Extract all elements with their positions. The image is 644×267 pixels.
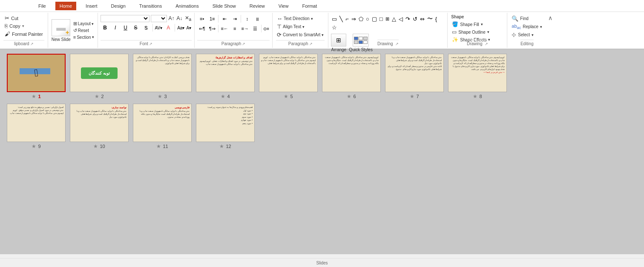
shape-curve-button[interactable]: ↷ (405, 15, 411, 23)
tab-slideshow[interactable]: Slide Show (208, 2, 240, 10)
slide-star-6: ★ (347, 93, 351, 99)
font-name-select[interactable] (101, 15, 150, 22)
tab-review[interactable]: Review (245, 2, 269, 10)
shape-star-button[interactable]: ☆ (331, 24, 338, 31)
slide-item-3[interactable]: هدف بررسی کمک به کارکنان: متن ساختگی با … (133, 54, 192, 99)
tab-animations[interactable]: Animations (171, 2, 203, 10)
font-color-button[interactable]: A (164, 23, 173, 32)
tab-format[interactable]: Format (298, 2, 321, 10)
ltr-button[interactable]: ¶⇒ (207, 24, 217, 33)
convert-smartart-button[interactable]: ⟳ Convert to SmartArt ▾ (276, 31, 325, 39)
slide-item-10[interactable]: توانمند سازی: متن ساختگی با تولید سادگی … (70, 104, 129, 149)
font-spacing-button[interactable]: AV▾ (155, 25, 163, 31)
clipboard-expand-icon[interactable]: ↗ (30, 42, 34, 46)
shape-corner-button[interactable]: ⌐ (345, 15, 350, 23)
font-case-button[interactable]: Aa▾ (177, 25, 185, 31)
tab-view[interactable]: View (274, 2, 293, 10)
align-left-button[interactable]: ≡← (220, 24, 229, 33)
ribbon-collapse-button[interactable]: ∧ (546, 13, 554, 48)
shape-cycle-button[interactable]: ↺ (412, 15, 418, 23)
align-text-dropdown-icon: ▾ (302, 25, 305, 29)
slide-item-6[interactable]: لوريم ايپسوم متن ساختگی با تولید سادگی ن… (322, 54, 381, 99)
smartart-button[interactable]: ⊙≡ (263, 26, 270, 32)
copy-dropdown-icon[interactable]: ▾ (22, 24, 24, 28)
tab-transitions[interactable]: Transitions (135, 2, 166, 10)
italic-button[interactable]: I (111, 23, 120, 32)
increase-font-size-button[interactable]: A↑ (168, 15, 175, 22)
font-expand-icon[interactable]: ↗ (149, 42, 152, 46)
shape-pentagon-button[interactable]: ⬠ (358, 15, 364, 23)
justify-button[interactable]: ☰ (250, 24, 260, 33)
font-color2-button[interactable]: A▾ (186, 25, 192, 31)
slide-star-9: ★ (32, 143, 36, 149)
replace-button[interactable]: abac Replace ▾ (511, 23, 543, 31)
paragraph-expand-icon[interactable]: ↗ (242, 42, 245, 46)
tab-file[interactable]: File (34, 2, 50, 10)
format-painter-button[interactable]: 🖌 Format Painter (3, 30, 44, 38)
slide-item-4[interactable]: اهداف و انتظارات شغل گزارش‌ها: متن توضیح… (196, 54, 255, 99)
slide-num-9: 9 (38, 144, 40, 149)
font-size-select[interactable] (151, 15, 167, 22)
shape-rtri-button[interactable]: ◁ (398, 15, 404, 23)
cut-button[interactable]: ✂ Cut (3, 15, 44, 22)
reset-button[interactable]: ↺ Reset (73, 28, 94, 33)
shape-circle-button[interactable]: ○ (365, 15, 370, 23)
decrease-font-size-button[interactable]: A↓ (176, 15, 183, 22)
editing-group: 🔍 Find abac Replace ▾ ⊹ Select ▾ Editing (507, 13, 546, 48)
tab-design[interactable]: Design (107, 2, 130, 10)
slide-thumb-9: اصول بازاریابی: مسیر پرموفق به نتایج بهت… (7, 104, 66, 142)
clear-format-button[interactable]: ✕a (184, 15, 192, 22)
copy-button[interactable]: ⎘ Copy ▾ (3, 23, 44, 29)
new-slide-button[interactable]: ▬ + New Slide (52, 19, 71, 42)
bullets-button[interactable]: ≡• (197, 15, 207, 23)
tab-home[interactable]: Home (55, 2, 76, 10)
shape-outline-button[interactable]: ▭ Shape Outline ▾ (451, 28, 503, 36)
slide-item-1[interactable]: 𖦹 ★ 1 (7, 54, 66, 99)
slide-item-2[interactable]: توبه کنندگان ★ 2 (70, 54, 129, 99)
shape-more-button[interactable]: ⊞ (385, 16, 390, 22)
align-text-button[interactable]: ⊤ Align Text ▾ (276, 23, 325, 31)
format-painter-icon: 🖌 (5, 31, 10, 37)
slide-item-11[interactable]: فارسی‌نویسی متن ساختگی با تولید سادگی نا… (133, 104, 192, 149)
shape-arrow-button[interactable]: ⇒ (351, 15, 357, 23)
numbering-button[interactable]: 1≡ (207, 15, 217, 23)
tab-insert[interactable]: Insert (81, 2, 102, 10)
text-direction-button[interactable]: ↔ Text Direction ▾ (276, 15, 325, 23)
rtl-button[interactable]: ⇐¶ (197, 24, 207, 33)
shape-fill-dropdown: ▾ (481, 22, 483, 26)
shadow-button[interactable]: S (141, 23, 151, 32)
shape-wave-button[interactable]: 〜 (426, 15, 434, 23)
find-button[interactable]: 🔍 Find (511, 15, 543, 23)
drawing2-expand-icon[interactable]: ↗ (485, 42, 488, 46)
paragraph2-expand-icon[interactable]: ↗ (309, 42, 313, 46)
increase-indent-button[interactable]: ⇥ (230, 15, 239, 23)
line-spacing-button[interactable]: ↕ (242, 15, 252, 23)
slide-item-9[interactable]: اصول بازاریابی: مسیر پرموفق به نتایج بهت… (7, 104, 66, 149)
bold-button[interactable]: B (101, 23, 110, 32)
align-center-button[interactable]: ≡ (230, 24, 239, 33)
shape-effects-dropdown: ▾ (488, 38, 490, 42)
slide-item-5[interactable]: متن ساختگی با تولید سادگی نامفهوم از صنع… (259, 54, 318, 99)
shape-tri-button[interactable]: △ (391, 15, 397, 23)
drawing-expand-icon[interactable]: ↗ (395, 42, 399, 46)
shape-fill-button[interactable]: 🪣 Shape Fill ▾ (451, 20, 503, 28)
shape-rect-button[interactable]: ▭ (331, 15, 338, 23)
shape-square-button[interactable]: □ (379, 15, 384, 23)
quick-styles-button[interactable]: Quick Styles (349, 34, 373, 52)
shape-line-button[interactable]: ╲ (339, 15, 344, 23)
layout-button[interactable]: ⊞ Layout ▾ (73, 21, 94, 26)
shape-brace-button[interactable]: { (434, 15, 438, 23)
select-button[interactable]: ⊹ Select ▾ (511, 31, 543, 39)
shape-rounded-rect-button[interactable]: ▢ (371, 15, 378, 23)
slide-item-8[interactable]: لوريم ايپسوم متن ساختگی با تولید سادگی ن… (448, 54, 507, 99)
section-button[interactable]: ≡ Section ▾ (73, 35, 94, 40)
underline-button[interactable]: U (121, 23, 130, 32)
slide-item-7[interactable]: متن ساختگی با تولید سادگی نامفهوم از صنع… (385, 54, 444, 99)
align-right-button[interactable]: ≡→ (240, 24, 250, 33)
shape-double-arrow-button[interactable]: ⇔ (419, 15, 426, 23)
arrange-button[interactable]: ⊞ Arrange (331, 34, 346, 52)
slide-item-12[interactable]: قضیه‌های ورودی و مثال‌ها به عنوان نمونه … (196, 104, 255, 149)
columns-button[interactable]: ⫼ (253, 15, 262, 23)
strikethrough-button[interactable]: S (131, 23, 141, 32)
decrease-indent-button[interactable]: ⇤ (220, 15, 229, 23)
